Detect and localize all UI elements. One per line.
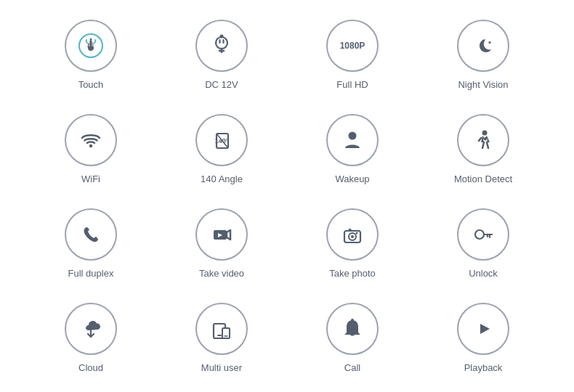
fullduplex-label: Full duplex [68, 268, 114, 279]
svg-marker-36 [480, 324, 490, 334]
feature-call: Call [294, 294, 411, 381]
wifi-label: WiFi [81, 173, 100, 184]
svg-line-13 [482, 142, 484, 148]
unlock-icon-circle [457, 208, 509, 261]
takephoto-label: Take photo [329, 268, 376, 279]
wakeup-label: Wakeup [335, 173, 369, 184]
feature-takevideo: Take video [163, 200, 280, 287]
takevideo-icon-circle [195, 208, 248, 261]
feature-motiondetect: Motion Detect [425, 105, 541, 192]
fullduplex-icon-circle [65, 208, 117, 261]
nightvision-label: Night Vision [458, 79, 508, 90]
unlock-label: Unlock [469, 268, 498, 279]
svg-line-15 [479, 138, 481, 141]
multiuser-label: Multi user [201, 362, 242, 373]
multiuser-icon-circle [195, 303, 248, 355]
svg-point-26 [475, 230, 484, 239]
takephoto-icon-circle [326, 208, 379, 261]
feature-playback: Playback [425, 294, 541, 381]
svg-point-24 [351, 235, 354, 238]
svg-point-1 [216, 37, 227, 49]
feature-unlock: Unlock [425, 200, 541, 287]
svg-marker-6 [488, 41, 492, 44]
feature-fullduplex: Full duplex [33, 200, 149, 287]
takevideo-label: Take video [199, 268, 244, 279]
fullhd-label: Full HD [336, 79, 368, 90]
svg-line-14 [487, 142, 488, 148]
svg-point-7 [89, 144, 92, 147]
wifi-icon-circle [65, 114, 117, 166]
svg-point-11 [349, 131, 357, 139]
feature-fullhd: 1080P Full HD [294, 11, 411, 98]
dc12v-icon-circle [195, 20, 248, 72]
motiondetect-label: Motion Detect [454, 173, 512, 184]
playback-label: Playback [464, 362, 503, 373]
feature-touch: Touch [33, 11, 149, 98]
call-icon-circle [326, 303, 379, 355]
fullhd-icon-circle: 1080P [326, 20, 379, 72]
angle-icon-circle: 140° [195, 114, 248, 166]
motiondetect-icon-circle [457, 114, 509, 166]
dc12v-label: DC 12V [205, 79, 238, 90]
feature-wifi: WiFi [33, 105, 149, 192]
playback-icon-circle [457, 303, 509, 355]
feature-multiuser: Multi user [163, 294, 280, 381]
angle-label: 140 Angle [201, 173, 243, 184]
cloud-label: Cloud [78, 362, 103, 373]
feature-takephoto: Take photo [294, 200, 411, 287]
feature-cloud: Cloud [33, 294, 149, 381]
svg-point-4 [220, 34, 224, 38]
feature-nightvision: Night Vision [425, 11, 541, 98]
feature-angle: 140° 140 Angle [163, 105, 280, 192]
svg-point-25 [356, 232, 358, 234]
features-grid: Touch DC 12V [18, 0, 556, 392]
nightvision-icon-circle [457, 20, 509, 72]
call-label: Call [344, 362, 360, 373]
svg-rect-33 [222, 328, 230, 338]
touch-icon-circle [65, 20, 117, 72]
cloud-icon-circle [65, 303, 117, 355]
svg-point-35 [351, 319, 354, 322]
svg-point-12 [482, 130, 488, 135]
feature-dc12v: DC 12V [163, 11, 280, 98]
wakeup-icon-circle [326, 114, 379, 166]
svg-text:1080P: 1080P [340, 41, 365, 51]
feature-wakeup: Wakeup [294, 105, 411, 192]
touch-label: Touch [78, 79, 104, 90]
svg-text:140°: 140° [215, 137, 229, 144]
